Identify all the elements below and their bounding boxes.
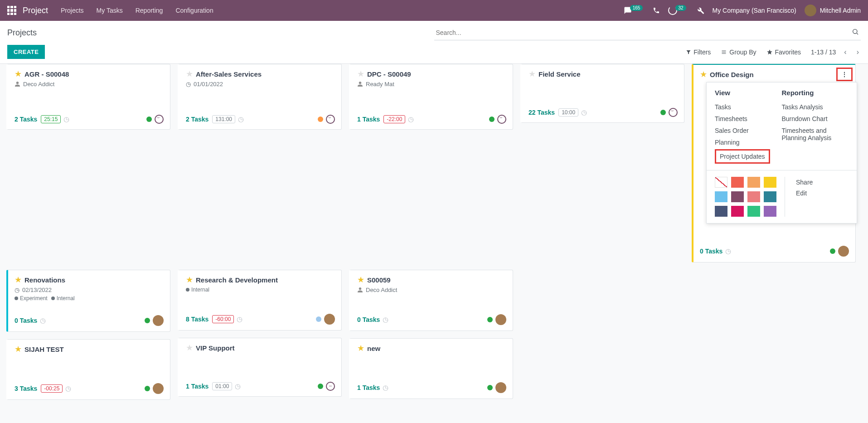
apps-icon[interactable] xyxy=(7,6,16,15)
project-card[interactable]: ★After-Sales Services ◷01/01/2022 2 Task… xyxy=(178,64,342,130)
tasks-link[interactable]: 1 Tasks xyxy=(357,116,380,123)
dd-timesheets-planning[interactable]: Timesheets and Planning Analysis xyxy=(782,125,849,144)
avatar-icon[interactable] xyxy=(495,382,506,393)
create-button[interactable]: CREATE xyxy=(7,45,45,59)
status-dot[interactable] xyxy=(145,386,150,391)
swatch[interactable] xyxy=(764,191,776,202)
project-card[interactable]: ★Renovations ◷02/13/2022 ExperimentInter… xyxy=(6,270,170,332)
app-brand[interactable]: Project xyxy=(23,6,48,15)
dd-tasks-analysis[interactable]: Tasks Analysis xyxy=(782,101,849,113)
avatar-icon[interactable] xyxy=(153,315,164,326)
tasks-link[interactable]: 2 Tasks xyxy=(186,116,209,123)
status-dot[interactable] xyxy=(830,248,835,254)
project-card-office-design[interactable]: ★Office Design ⋮ View Tasks Timesheets S… xyxy=(692,64,856,263)
face-icon[interactable] xyxy=(326,382,335,391)
phone-icon[interactable] xyxy=(653,7,660,14)
avatar-icon[interactable] xyxy=(324,314,335,325)
status-dot[interactable] xyxy=(489,117,495,122)
tasks-link[interactable]: 8 Tasks xyxy=(186,316,209,323)
face-icon[interactable] xyxy=(497,115,506,124)
tasks-link[interactable]: 0 Tasks xyxy=(700,248,723,255)
swatch[interactable] xyxy=(747,177,760,188)
swatch[interactable] xyxy=(764,206,776,217)
tasks-link[interactable]: 0 Tasks xyxy=(357,316,380,323)
filters-button[interactable]: Filters xyxy=(686,49,711,56)
star-icon[interactable]: ★ xyxy=(15,69,22,79)
swatch[interactable] xyxy=(731,177,744,188)
swatch-none[interactable] xyxy=(715,177,727,188)
dd-share[interactable]: Share xyxy=(796,177,813,188)
dd-sales-order[interactable]: Sales Order xyxy=(715,125,782,136)
avatar-icon[interactable] xyxy=(495,314,506,325)
nav-reporting[interactable]: Reporting xyxy=(136,7,163,14)
control-panel: Projects CREATE Filters Group By Favorit… xyxy=(0,21,868,64)
status-dot[interactable] xyxy=(660,110,666,115)
avatar-icon[interactable] xyxy=(838,246,849,257)
project-card[interactable]: ★S00059 Deco Addict 0 Tasks ◷ xyxy=(349,270,513,331)
wrench-icon[interactable] xyxy=(696,6,704,15)
project-card[interactable]: ★VIP Support 1 Tasks 01:00 ◷ xyxy=(178,338,342,397)
dd-edit[interactable]: Edit xyxy=(796,188,813,199)
star-icon[interactable]: ★ xyxy=(186,343,193,353)
project-card[interactable]: ★SIJAH TEST 3 Tasks -00:25 ◷ xyxy=(6,339,170,400)
nav-my-tasks[interactable]: My Tasks xyxy=(97,7,123,14)
star-icon[interactable]: ★ xyxy=(700,69,707,79)
swatch[interactable] xyxy=(747,206,760,217)
swatch[interactable] xyxy=(731,191,744,202)
dd-burndown[interactable]: Burndown Chart xyxy=(782,113,849,125)
swatch[interactable] xyxy=(747,191,760,202)
status-dot[interactable] xyxy=(316,316,321,322)
dd-planning[interactable]: Planning xyxy=(715,136,782,148)
project-card[interactable]: ★DPC - S00049 Ready Mat 1 Tasks -22:00 ◷ xyxy=(349,64,513,130)
dd-project-updates[interactable]: Project Updates xyxy=(715,149,770,164)
star-icon[interactable]: ★ xyxy=(357,69,364,79)
star-icon[interactable]: ★ xyxy=(529,69,536,79)
star-icon[interactable]: ★ xyxy=(186,69,193,79)
tasks-link[interactable]: 1 Tasks xyxy=(186,383,209,390)
star-icon[interactable]: ★ xyxy=(15,275,22,285)
clock-icon: ◷ xyxy=(186,81,191,88)
project-card[interactable]: ★new 1 Tasks ◷ xyxy=(349,338,513,399)
favorites-button[interactable]: Favorites xyxy=(766,49,801,56)
search-icon[interactable] xyxy=(852,28,859,35)
swatch[interactable] xyxy=(715,206,727,217)
star-icon[interactable]: ★ xyxy=(15,344,22,354)
project-card[interactable]: ★Research & Development Internal 8 Tasks… xyxy=(178,270,342,331)
tasks-link[interactable]: 3 Tasks xyxy=(15,385,37,392)
pager-prev[interactable]: ‹ xyxy=(842,48,848,56)
nav-projects[interactable]: Projects xyxy=(61,7,84,14)
status-dot[interactable] xyxy=(146,117,152,122)
face-icon[interactable] xyxy=(669,108,678,117)
dd-tasks[interactable]: Tasks xyxy=(715,101,782,113)
star-icon[interactable]: ★ xyxy=(186,275,193,285)
swatch[interactable] xyxy=(764,177,776,188)
status-dot[interactable] xyxy=(145,318,150,323)
swatch[interactable] xyxy=(715,191,727,202)
dd-timesheets[interactable]: Timesheets xyxy=(715,113,782,125)
status-dot[interactable] xyxy=(318,384,323,389)
status-dot[interactable] xyxy=(318,117,323,122)
avatar-icon[interactable] xyxy=(153,383,164,394)
status-dot[interactable] xyxy=(487,317,493,322)
face-icon[interactable] xyxy=(155,115,164,124)
activities-button[interactable]: 32 xyxy=(668,6,688,15)
tasks-link[interactable]: 0 Tasks xyxy=(15,317,37,324)
star-icon[interactable]: ★ xyxy=(357,275,364,285)
status-dot[interactable] xyxy=(487,385,493,390)
company-selector[interactable]: My Company (San Francisco) xyxy=(713,7,796,14)
user-menu[interactable]: Mitchell Admin xyxy=(805,5,861,16)
card-menu-button[interactable]: ⋮ xyxy=(836,68,853,81)
tasks-link[interactable]: 1 Tasks xyxy=(357,384,380,391)
pager-next[interactable]: › xyxy=(855,48,861,56)
search-input[interactable] xyxy=(434,25,861,40)
nav-configuration[interactable]: Configuration xyxy=(175,7,213,14)
tasks-link[interactable]: 2 Tasks xyxy=(15,116,37,123)
groupby-button[interactable]: Group By xyxy=(721,49,756,56)
messages-button[interactable]: 165 xyxy=(624,6,645,15)
tasks-link[interactable]: 22 Tasks xyxy=(529,109,555,116)
star-icon[interactable]: ★ xyxy=(357,343,364,353)
project-card[interactable]: ★AGR - S00048 Deco Addict 2 Tasks 25:15 … xyxy=(6,64,170,130)
face-icon[interactable] xyxy=(326,115,335,124)
project-card[interactable]: ★Field Service 22 Tasks 10:00 ◷ xyxy=(520,64,684,123)
swatch[interactable] xyxy=(731,206,744,217)
